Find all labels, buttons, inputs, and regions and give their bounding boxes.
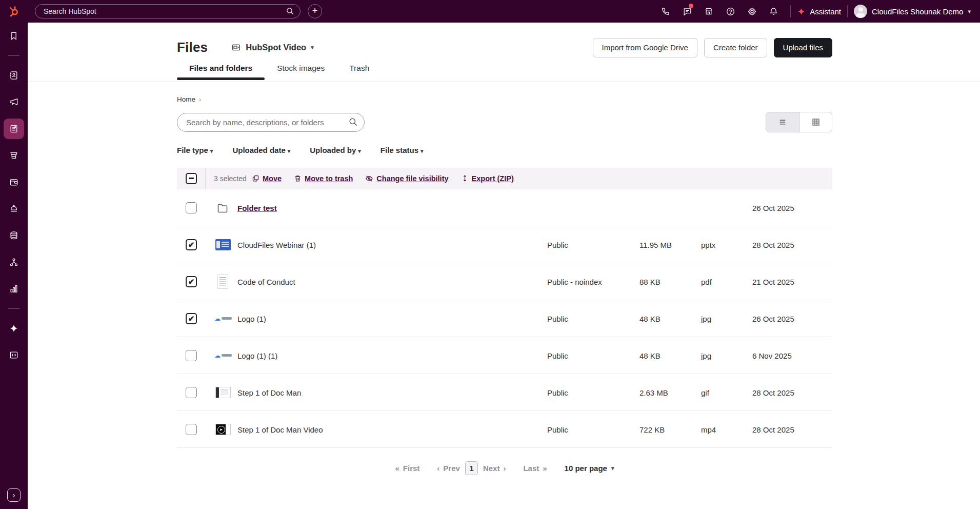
file-visibility: Public — [547, 351, 568, 360]
file-thumbnail — [215, 239, 231, 250]
double-chevron-left-icon: « — [395, 464, 399, 473]
per-page-selector[interactable]: 10 per page ▾ — [565, 464, 614, 473]
global-search — [35, 4, 301, 18]
file-thumbnail — [214, 352, 232, 359]
file-thumbnail — [215, 387, 231, 398]
select-all-checkbox[interactable] — [186, 173, 197, 184]
settings-icon[interactable] — [741, 0, 763, 23]
search-icon — [348, 117, 358, 129]
row-checkbox[interactable] — [186, 350, 197, 361]
file-name-link[interactable]: Step 1 of Doc Man — [237, 388, 301, 397]
import-google-drive-button[interactable]: Import from Google Drive — [593, 38, 697, 57]
file-visibility: Public — [547, 388, 568, 397]
search-icon — [286, 7, 294, 17]
sidebar-item-content[interactable] — [4, 119, 24, 139]
selected-count: 3 selected — [214, 174, 247, 183]
sidebar-item-bookmarks[interactable] — [4, 26, 24, 46]
sidebar-item-automations[interactable] — [4, 252, 24, 272]
sidebar-divider — [8, 55, 19, 56]
file-name-link[interactable]: Step 1 of Doc Man Video — [237, 425, 323, 434]
file-thumbnail — [214, 315, 232, 322]
file-type: mp4 — [701, 425, 716, 434]
pagination-prev[interactable]: ‹ Prev — [437, 464, 460, 473]
sidebar-item-reporting[interactable] — [4, 279, 24, 299]
file-name-link[interactable]: Code of Conduct — [237, 277, 295, 286]
row-checkbox[interactable] — [186, 313, 197, 324]
filter-uploaded-by[interactable]: Uploaded by▾ — [310, 146, 361, 154]
megaphone-icon — [9, 97, 19, 107]
pagination-last[interactable]: Last » — [523, 464, 547, 473]
file-search-input[interactable] — [177, 113, 365, 132]
sidebar-item-development[interactable] — [4, 345, 24, 365]
upload-files-button[interactable]: Upload files — [774, 38, 832, 57]
tab-stock-images[interactable]: Stock images — [265, 61, 337, 80]
chevron-right-icon: › — [503, 464, 506, 473]
file-date: 28 Oct 2025 — [752, 425, 794, 434]
sidebar-expand-button[interactable]: › — [7, 488, 21, 502]
tab-trash[interactable]: Trash — [337, 61, 382, 80]
file-name-link[interactable]: Logo (1) — [237, 314, 266, 323]
grid-view-button[interactable] — [799, 112, 832, 132]
file-name-link[interactable]: Logo (1) (1) — [237, 351, 277, 360]
row-checkbox[interactable] — [186, 424, 197, 435]
file-name-link[interactable]: Folder test — [237, 203, 277, 212]
file-name-link[interactable]: CloudFiles Webinar (1) — [237, 240, 316, 249]
filter-bar: File type▾ Uploaded date▾ Uploaded by▾ F… — [177, 146, 832, 154]
sidebar-item-commerce[interactable] — [4, 145, 24, 166]
move-action[interactable]: Move — [252, 174, 282, 183]
hubspot-logo-icon[interactable] — [0, 5, 28, 17]
folder-scope-selector[interactable]: HubSpot Video ▾ — [231, 43, 313, 52]
sidebar-item-service[interactable] — [4, 199, 24, 219]
chevron-right-icon: › — [13, 491, 15, 499]
row-checkbox[interactable] — [186, 239, 197, 250]
code-icon — [9, 350, 19, 360]
row-checkbox[interactable] — [186, 387, 197, 398]
account-menu[interactable]: CloudFiles Shounak Demo ▾ — [854, 5, 971, 18]
export-zip-action[interactable]: Export (ZIP) — [461, 174, 514, 183]
assistant-sparkle-icon — [797, 7, 806, 16]
trash-icon — [294, 174, 302, 182]
file-date: 21 Oct 2025 — [752, 277, 794, 286]
sidebar-item-payments[interactable] — [4, 172, 24, 192]
pagination-first[interactable]: « First — [395, 464, 420, 473]
contacts-icon — [9, 70, 19, 81]
breadcrumb-home[interactable]: Home — [177, 95, 195, 103]
help-icon[interactable] — [719, 0, 741, 23]
list-view-button[interactable] — [766, 112, 799, 132]
table-row: Step 1 of Doc Man Public 2.63 MB gif 28 … — [177, 374, 832, 411]
row-checkbox[interactable] — [186, 202, 197, 213]
tab-files-and-folders[interactable]: Files and folders — [177, 61, 265, 80]
file-type: pptx — [701, 240, 715, 249]
create-folder-button[interactable]: Create folder — [704, 38, 767, 57]
content-icon — [9, 124, 19, 134]
filter-uploaded-date[interactable]: Uploaded date▾ — [232, 146, 290, 154]
file-thumbnail — [215, 424, 231, 435]
quick-create-button[interactable]: + — [308, 4, 322, 18]
assistant-button[interactable]: Assistant — [797, 7, 841, 16]
sidebar-item-contacts[interactable] — [4, 65, 24, 86]
file-size: 48 KB — [639, 351, 661, 360]
pagination-current-page[interactable]: 1 — [465, 461, 478, 475]
sidebar-navigation: › — [0, 23, 28, 509]
marketplace-icon[interactable] — [698, 0, 719, 23]
pagination-next[interactable]: Next › — [483, 464, 506, 473]
row-checkbox[interactable] — [186, 276, 197, 287]
filter-file-type[interactable]: File type▾ — [177, 146, 213, 154]
global-search-input[interactable] — [35, 4, 301, 18]
move-to-trash-action[interactable]: Move to trash — [294, 174, 353, 183]
change-visibility-action[interactable]: Change file visibility — [365, 174, 448, 183]
export-icon — [461, 174, 469, 182]
file-date: 26 Oct 2025 — [752, 314, 794, 323]
inbox-icon[interactable] — [676, 0, 698, 23]
calls-icon[interactable] — [655, 0, 676, 23]
filter-file-status[interactable]: File status▾ — [381, 146, 424, 154]
file-date: 6 Nov 2025 — [752, 351, 792, 360]
table-row: Code of Conduct Public - noindex 88 KB p… — [177, 263, 832, 300]
file-date: 26 Oct 2025 — [752, 203, 794, 212]
chevron-down-icon: ▾ — [311, 44, 314, 51]
file-size: 2.63 MB — [639, 388, 668, 397]
notifications-bell-icon[interactable] — [763, 0, 784, 23]
sidebar-item-marketing[interactable] — [4, 92, 24, 112]
sidebar-item-ai[interactable] — [4, 318, 24, 339]
sidebar-item-data[interactable] — [4, 225, 24, 246]
